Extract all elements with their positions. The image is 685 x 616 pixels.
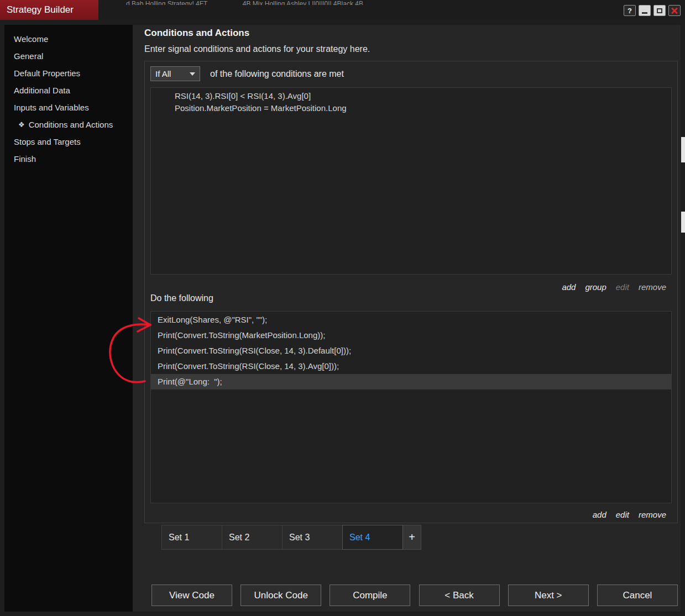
- actions-edit-link[interactable]: edit: [616, 510, 629, 519]
- condition-mode-dropdown[interactable]: If All: [150, 66, 200, 81]
- conditions-group-link[interactable]: group: [585, 282, 606, 292]
- sidebar-item-finish[interactable]: Finish: [4, 150, 133, 167]
- maximize-button[interactable]: [653, 5, 666, 16]
- next-button[interactable]: Next >: [508, 585, 589, 606]
- actions-label: Do the following: [150, 293, 213, 303]
- tab-set-1[interactable]: Set 1: [161, 525, 222, 550]
- tab-set-3[interactable]: Set 3: [282, 525, 343, 550]
- add-set-button[interactable]: +: [402, 525, 421, 550]
- close-button[interactable]: [668, 5, 681, 16]
- sidebar-item-inputs-and-variables[interactable]: Inputs and Variables: [4, 99, 133, 116]
- background-fragment: d Bab Holling Strategy! 4FT: [126, 0, 207, 5]
- strategy-builder-window: Welcome General Default Properties Addit…: [4, 25, 681, 612]
- sidebar-item-default-properties[interactable]: Default Properties: [4, 65, 133, 82]
- back-button[interactable]: < Back: [419, 585, 500, 606]
- conditions-list[interactable]: RSI(14, 3).RSI[0] < RSI(14, 3).Avg[0] Po…: [150, 87, 672, 275]
- current-step-icon: ❖: [18, 120, 25, 129]
- main-content: Conditions and Actions Enter signal cond…: [133, 25, 681, 612]
- page-title: Conditions and Actions: [144, 28, 249, 39]
- conditions-remove-link[interactable]: remove: [639, 282, 666, 292]
- cancel-button[interactable]: Cancel: [597, 585, 678, 606]
- conditions-edit-link[interactable]: edit: [616, 282, 629, 292]
- condition-mode-row: If All of the following conditions are m…: [150, 66, 344, 81]
- condition-mode-value: If All: [155, 69, 171, 78]
- minimize-icon: [642, 12, 647, 14]
- conditions-links: add group edit remove: [562, 282, 666, 292]
- window-title: Strategy Builder: [0, 0, 98, 20]
- actions-add-link[interactable]: add: [593, 510, 606, 519]
- condition-item[interactable]: Position.MarketPosition = MarketPosition…: [151, 102, 671, 114]
- conditions-actions-panel: If All of the following conditions are m…: [144, 61, 678, 523]
- unlock-code-button[interactable]: Unlock Code: [240, 585, 321, 606]
- maximize-icon: [657, 8, 662, 13]
- title-bar: d Bab Holling Strategy! 4FT 4B Mix Holli…: [0, 0, 685, 20]
- compile-button[interactable]: Compile: [330, 585, 410, 606]
- chevron-down-icon: [190, 72, 195, 76]
- help-button[interactable]: ?: [624, 5, 636, 16]
- action-item[interactable]: ExitLong(Shares, @"RSI", "");: [151, 312, 671, 328]
- dialog-buttons: View Code Unlock Code Compile < Back Nex…: [151, 585, 678, 606]
- page-subtitle: Enter signal conditions and actions for …: [144, 44, 370, 54]
- action-item[interactable]: Print(Convert.ToString(MarketPosition.Lo…: [151, 328, 671, 343]
- sidebar-item-general[interactable]: General: [4, 48, 133, 65]
- background-scrollbar-fragment: [681, 212, 685, 233]
- sidebar-item-additional-data[interactable]: Additional Data: [4, 82, 133, 99]
- tab-set-2[interactable]: Set 2: [222, 525, 283, 550]
- actions-remove-link[interactable]: remove: [639, 510, 666, 519]
- tab-set-4[interactable]: Set 4: [342, 525, 403, 550]
- wizard-steps-sidebar: Welcome General Default Properties Addit…: [4, 25, 133, 612]
- condition-set-tabs: Set 1 Set 2 Set 3 Set 4 +: [161, 525, 421, 550]
- sidebar-item-stops-and-targets[interactable]: Stops and Targets: [4, 133, 133, 150]
- actions-links: add edit remove: [593, 510, 666, 519]
- view-code-button[interactable]: View Code: [151, 585, 232, 606]
- action-item-selected[interactable]: Print(@"Long: ");: [151, 374, 671, 389]
- background-fragment: 4B Mix Holling Ashley LI|0|||0|| 4Black …: [243, 0, 363, 5]
- background-scrollbar-fragment: [681, 137, 685, 162]
- window-controls: ?: [624, 5, 681, 16]
- condition-item[interactable]: RSI(14, 3).RSI[0] < RSI(14, 3).Avg[0]: [151, 90, 671, 102]
- condition-mode-suffix: of the following conditions are met: [210, 69, 344, 79]
- action-item[interactable]: Print(Convert.ToString(RSI(Close, 14, 3)…: [151, 359, 671, 374]
- sidebar-item-welcome[interactable]: Welcome: [4, 30, 133, 48]
- conditions-add-link[interactable]: add: [562, 282, 576, 292]
- sidebar-item-conditions-and-actions[interactable]: ❖ Conditions and Actions: [4, 116, 133, 133]
- actions-list[interactable]: ExitLong(Shares, @"RSI", ""); Print(Conv…: [150, 311, 672, 503]
- background-window-fragments: d Bab Holling Strategy! 4FT 4B Mix Holli…: [126, 0, 396, 5]
- minimize-button[interactable]: [639, 5, 651, 16]
- action-item[interactable]: Print(Convert.ToString(RSI(Close, 14, 3)…: [151, 343, 671, 359]
